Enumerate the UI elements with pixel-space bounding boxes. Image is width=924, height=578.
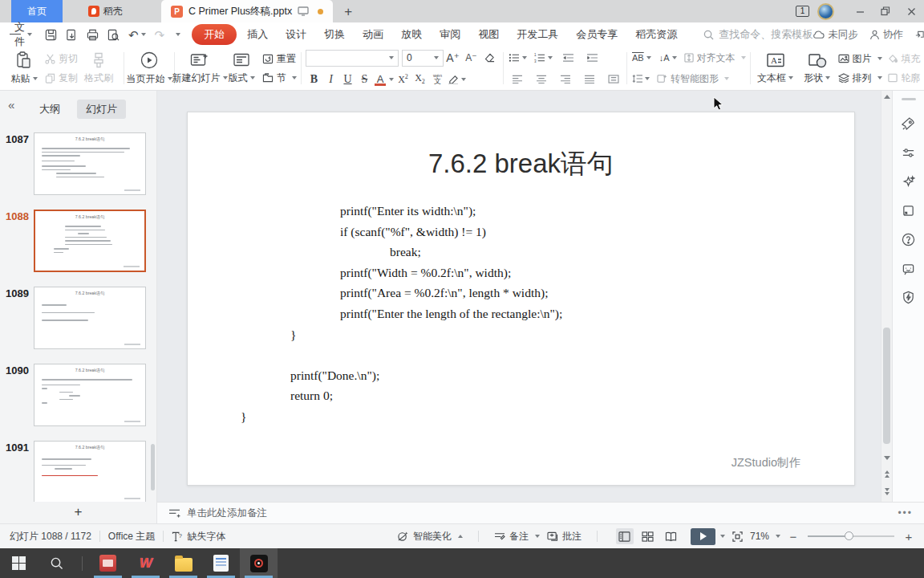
slide-thumbnail-card[interactable]: 7.6.2 break语句 <box>34 441 146 502</box>
ribbon-tab-home[interactable]: 开始 <box>192 24 237 45</box>
undo-button[interactable]: ↶ <box>128 29 146 41</box>
subscript-button[interactable]: X2 <box>411 72 428 85</box>
line-spacing-button[interactable] <box>631 71 650 87</box>
picture-button[interactable]: 图片 <box>838 52 882 66</box>
feedback-robot-icon[interactable] <box>902 262 915 275</box>
paste-button[interactable]: 粘贴 <box>3 48 45 88</box>
align-text-button[interactable]: 对齐文本 <box>684 51 746 65</box>
ai-rocket-icon[interactable] <box>902 117 915 131</box>
output-icon[interactable] <box>66 29 78 41</box>
tab-document[interactable]: P C Primer Plus终稿.pptx <box>161 0 333 22</box>
fit-slide-button[interactable] <box>732 531 743 542</box>
sync-status-button[interactable]: 未同步 <box>813 28 858 42</box>
taskbar-app-documents[interactable] <box>202 548 240 578</box>
ribbon-tab-animation[interactable]: 动画 <box>354 24 392 45</box>
ribbon-tab-view[interactable]: 视图 <box>469 24 508 45</box>
increase-indent-button[interactable] <box>583 50 602 66</box>
smart-beautify-button[interactable]: 智能美化 <box>397 530 463 543</box>
reset-button[interactable]: 重置 <box>262 52 297 66</box>
underline-button[interactable]: U <box>339 73 356 86</box>
main-scrollbar-thumb[interactable] <box>883 328 890 444</box>
present-monitor-icon[interactable] <box>298 6 309 16</box>
comments-button[interactable]: 批注 <box>547 530 582 543</box>
print-preview-icon[interactable] <box>107 29 120 41</box>
decrease-font-button[interactable]: A⁻ <box>462 50 480 66</box>
notes-bar[interactable]: 单击此处添加备注 ••• <box>157 502 924 523</box>
bullet-list-button[interactable] <box>508 50 528 66</box>
taskbar-app-wps[interactable]: W <box>127 548 164 578</box>
slide-title[interactable]: 7.6.2 break语句 <box>188 146 854 182</box>
align-right-button[interactable] <box>556 71 574 87</box>
reading-view-button[interactable] <box>663 528 680 544</box>
convert-smart-graphic-button[interactable]: 转智能图形 <box>657 72 729 86</box>
font-color-button[interactable]: A <box>373 71 395 88</box>
minimize-button[interactable] <box>847 0 873 22</box>
previous-slide-button[interactable] <box>881 470 892 478</box>
collaborate-button[interactable]: 协作 <box>869 28 903 42</box>
slide-code-block[interactable]: printf("Enter its width:\n"); if (scanf(… <box>241 201 841 427</box>
print-icon[interactable] <box>87 29 99 41</box>
collapse-panel-button[interactable]: « <box>8 99 14 111</box>
command-search-box[interactable]: 查找命令、搜索模板 <box>703 27 813 42</box>
restore-button[interactable] <box>873 0 898 22</box>
superscript-button[interactable]: X2 <box>395 73 411 86</box>
zoom-slider[interactable] <box>808 535 894 537</box>
slideshow-play-button[interactable] <box>691 528 715 545</box>
notes-toggle-button[interactable]: 备注 <box>494 530 540 543</box>
outline-button[interactable]: 轮廓 <box>887 71 924 85</box>
tab-home[interactable]: 首页 <box>11 0 63 22</box>
ribbon-tab-developer[interactable]: 开发工具 <box>508 24 567 45</box>
phonetic-guide-button[interactable]: wén文 <box>428 71 447 88</box>
strip-drag-handle[interactable] <box>902 98 916 100</box>
tab-slides[interactable]: 幻灯片 <box>77 100 126 119</box>
ribbon-tab-member[interactable]: 会员专享 <box>567 24 626 45</box>
settings-sliders-icon[interactable] <box>902 146 915 160</box>
slide-sorter-view-button[interactable] <box>639 528 657 544</box>
ribbon-tab-slideshow[interactable]: 放映 <box>392 24 431 45</box>
next-slide-button[interactable] <box>881 488 892 495</box>
strikethrough-button[interactable]: S <box>356 73 373 86</box>
justify-button[interactable] <box>580 71 598 87</box>
slideshow-play-caret[interactable] <box>720 535 725 538</box>
ribbon-tab-docer-resources[interactable]: 稻壳资源 <box>626 24 686 45</box>
zoom-in-button[interactable]: + <box>903 531 914 543</box>
missing-fonts-button[interactable]: ? 缺失字体 <box>172 530 225 543</box>
text-box-button[interactable]: A 文本框 <box>755 48 796 88</box>
efficiency-badge-icon[interactable] <box>902 291 915 304</box>
layout-button[interactable]: 版式 <box>221 48 262 88</box>
fill-button[interactable]: 填充 <box>887 52 924 66</box>
clear-format-button[interactable] <box>480 50 499 66</box>
text-direction-button[interactable]: AB <box>631 50 652 66</box>
slide-thumbnail-card[interactable]: 7.6.2 break语句 <box>34 287 146 349</box>
copy-button[interactable]: 复制 <box>45 71 78 85</box>
new-tab-button[interactable]: + <box>344 5 352 18</box>
ribbon-tab-insert[interactable]: 插入 <box>238 24 277 45</box>
slide-thumbnail-card[interactable]: 7.6.2 break语句 <box>34 364 146 426</box>
slide-thumbnail-card[interactable]: 7.6.2 break语句 <box>34 132 146 195</box>
italic-button[interactable]: I <box>322 73 339 86</box>
slide-canvas[interactable]: 7.6.2 break语句 printf("Enter its width:\n… <box>187 112 855 486</box>
slide-thumbnail-card[interactable]: 7.6.2 break语句 <box>34 210 146 272</box>
highlight-button[interactable] <box>447 71 467 88</box>
task-window-manager-badge[interactable]: 1 <box>796 6 809 17</box>
taskbar-search-button[interactable] <box>38 548 75 578</box>
section-button[interactable]: 节 <box>262 71 297 85</box>
ribbon-tab-review[interactable]: 审阅 <box>431 24 469 45</box>
increase-font-button[interactable]: A⁺ <box>444 50 462 66</box>
align-left-button[interactable] <box>508 71 526 87</box>
help-icon[interactable] <box>902 233 915 246</box>
zoom-level[interactable]: 71% <box>750 531 780 542</box>
distribute-button[interactable] <box>604 71 622 87</box>
decrease-indent-button[interactable] <box>559 50 578 66</box>
new-slide-button[interactable]: 新建幻灯片 <box>179 48 221 88</box>
convert-window-icon[interactable] <box>902 204 915 218</box>
taskbar-app-video[interactable] <box>89 548 127 578</box>
redo-button[interactable]: ↷ <box>155 29 165 41</box>
theme-name[interactable]: Office 主题 <box>108 530 155 543</box>
panel-scrollbar-thumb[interactable] <box>151 444 155 490</box>
save-icon[interactable] <box>45 29 57 41</box>
play-from-current-button[interactable]: 当页开始 <box>128 48 170 88</box>
cut-button[interactable]: 剪切 <box>45 52 78 66</box>
numbered-list-button[interactable]: 13 <box>533 50 553 66</box>
slide-thumbnail-1087[interactable]: 1087 7.6.2 break语句 <box>0 132 156 195</box>
